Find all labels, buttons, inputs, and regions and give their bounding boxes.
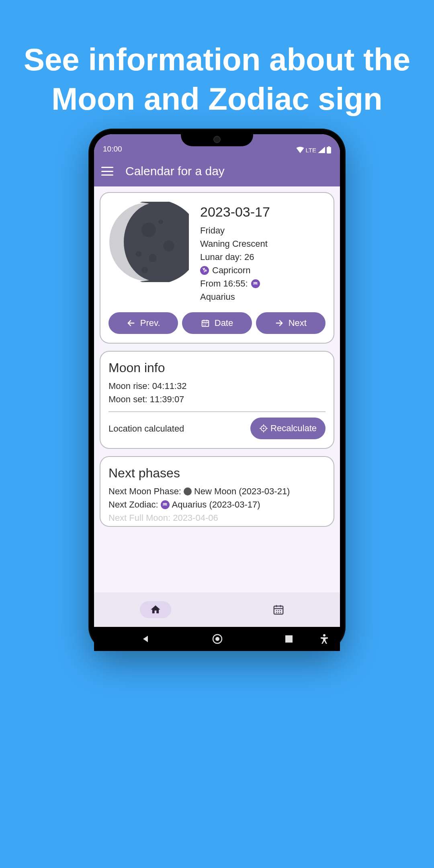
svg-point-14 <box>203 323 204 324</box>
svg-rect-1 <box>328 146 330 147</box>
svg-point-30 <box>278 610 279 611</box>
phone-camera <box>213 136 221 143</box>
signal-icon <box>318 147 325 153</box>
calendar-icon <box>201 319 210 328</box>
main-content: 2023-03-17 Friday Waning Crescent Lunar … <box>94 186 340 540</box>
menu-icon[interactable] <box>101 167 113 176</box>
svg-point-32 <box>276 612 277 613</box>
network-label: LTE <box>306 147 316 154</box>
accessibility-icon[interactable] <box>320 634 329 644</box>
next-moon-phase-line: Next Moon Phase: New Moon (2023-03-21) <box>108 485 326 498</box>
svg-point-6 <box>149 254 157 262</box>
svg-point-36 <box>215 637 219 641</box>
svg-point-3 <box>124 203 189 281</box>
svg-rect-37 <box>285 635 293 643</box>
moon-set-line: Moon set: 11:39:07 <box>108 393 326 406</box>
bottom-nav <box>94 592 340 627</box>
svg-point-29 <box>276 610 277 611</box>
nav-calendar[interactable] <box>217 592 340 627</box>
nav-home[interactable] <box>94 592 217 627</box>
prev-button-label: Prev. <box>140 318 160 328</box>
svg-point-4 <box>141 223 156 237</box>
status-indicators: LTE <box>296 146 331 154</box>
aquarius-icon: ♒︎ <box>251 279 260 288</box>
next-zodiac-pre: Next Zodiac: <box>108 498 158 511</box>
svg-point-9 <box>141 267 148 273</box>
svg-point-33 <box>278 612 279 613</box>
next-button-label: Next <box>289 318 307 328</box>
date-value: 2023-03-17 <box>200 204 326 220</box>
next-button[interactable]: Next <box>256 312 326 334</box>
arrow-right-icon <box>275 319 284 328</box>
svg-point-15 <box>205 323 206 324</box>
svg-point-18 <box>205 325 206 326</box>
app-bar: Calendar for a day <box>94 156 340 186</box>
app-bar-title: Calendar for a day <box>125 164 225 178</box>
next-phases-title: Next phases <box>108 466 326 481</box>
new-moon-icon <box>184 487 192 495</box>
recalculate-label: Recalculate <box>270 423 317 434</box>
battery-icon <box>327 146 331 154</box>
location-status: Location calculated <box>108 422 184 435</box>
lunar-day-label: Lunar day: 26 <box>200 250 326 264</box>
aquarius-icon: ♒︎ <box>161 500 170 509</box>
divider <box>108 411 326 412</box>
svg-point-7 <box>136 251 141 257</box>
svg-point-34 <box>280 612 281 613</box>
from-time-label: From 16:55: <box>200 277 248 290</box>
moon-rise-line: Moon rise: 04:11:32 <box>108 379 326 393</box>
next-phases-card: Next phases Next Moon Phase: New Moon (2… <box>100 456 334 527</box>
svg-point-17 <box>203 325 204 326</box>
date-nav-row: Prev. Date Next <box>108 312 326 334</box>
svg-point-38 <box>323 634 326 637</box>
android-nav-bar <box>94 627 340 651</box>
next-phase-mid: New Moon (2023-03-21) <box>194 485 290 498</box>
home-system-icon[interactable] <box>212 633 223 645</box>
moon-info-card: Moon info Moon rise: 04:11:32 Moon set: … <box>100 351 334 449</box>
recents-icon[interactable] <box>285 635 293 643</box>
day-card: 2023-03-17 Friday Waning Crescent Lunar … <box>100 192 334 344</box>
prev-button[interactable]: Prev. <box>108 312 178 334</box>
phone-frame: 10:00 LTE Calendar for a day <box>88 129 346 651</box>
zodiac-name: Capricorn <box>212 264 250 277</box>
next-phase-pre: Next Moon Phase: <box>108 485 181 498</box>
calendar-icon <box>272 604 285 616</box>
moon-phase-label: Waning Crescent <box>200 237 326 250</box>
date-button[interactable]: Date <box>182 312 252 334</box>
next-zodiac-line: Next Zodiac: ♒︎ Aquarius (2023-03-17) <box>108 498 326 511</box>
target-icon <box>259 424 268 433</box>
phone-screen: 10:00 LTE Calendar for a day <box>94 134 340 651</box>
svg-rect-0 <box>327 147 331 154</box>
svg-point-31 <box>280 610 281 611</box>
date-button-label: Date <box>215 318 233 328</box>
svg-point-20 <box>263 428 264 429</box>
from-zodiac-name: Aquarius <box>200 290 326 303</box>
home-icon <box>150 604 161 615</box>
recalculate-button[interactable]: Recalculate <box>250 418 326 439</box>
wifi-icon <box>296 147 304 153</box>
svg-point-16 <box>206 323 207 324</box>
weekday-label: Friday <box>200 224 326 237</box>
promo-title: See information about the Moon and Zodia… <box>0 0 434 119</box>
day-info: 2023-03-17 Friday Waning Crescent Lunar … <box>200 202 326 303</box>
capricorn-icon: ♑︎ <box>200 266 209 275</box>
back-icon[interactable] <box>141 634 150 644</box>
next-full-moon-line: Next Full Moon: 2023-04-06 <box>108 511 326 524</box>
next-zodiac-post: Aquarius (2023-03-17) <box>172 498 260 511</box>
arrow-left-icon <box>127 319 135 328</box>
status-time: 10:00 <box>103 145 122 154</box>
svg-point-5 <box>163 240 174 252</box>
moon-info-title: Moon info <box>108 360 326 375</box>
svg-point-8 <box>158 219 163 224</box>
moon-phase-icon <box>108 202 189 282</box>
